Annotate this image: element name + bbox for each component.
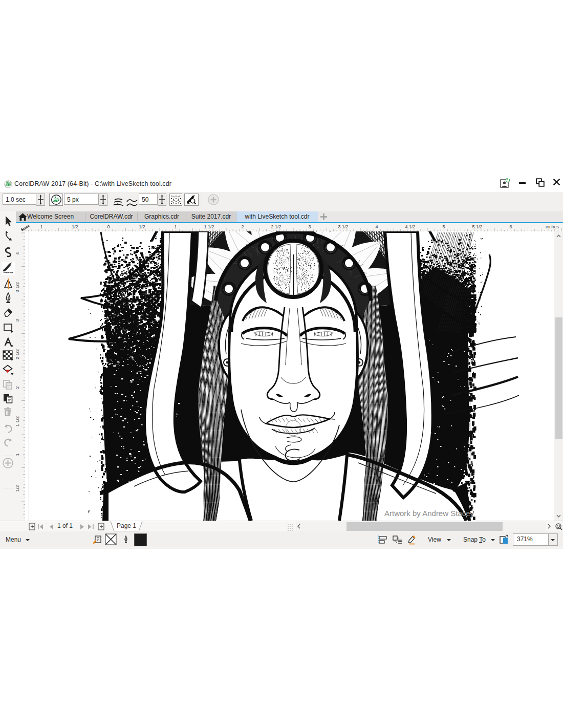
svg-text:Artwork by Andrew Stacey: Artwork by Andrew Stacey [384, 509, 474, 518]
